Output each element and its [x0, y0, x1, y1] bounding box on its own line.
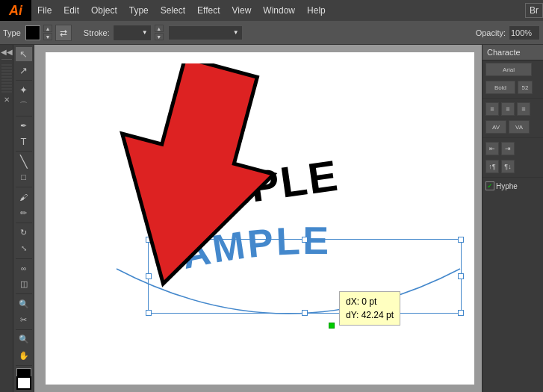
hyphenation-checkbox[interactable]: ✓ [485, 181, 494, 190]
leading-row: ≡ ≡ ≡ [483, 100, 543, 118]
pen-tool[interactable]: ✒ [16, 119, 32, 133]
align-right-btn[interactable]: ≡ [517, 102, 530, 116]
direct-selection-tool[interactable]: ↗ [16, 63, 32, 77]
zoom-tool[interactable]: 🔍 [16, 332, 32, 346]
main-layout: ◀◀ ✕ ↖ ↗ ✦ ⌒ ✒ T ╲ □ 🖌 ✏ ↻ ⤡ ∞ ◫ 🔍 ✂ 🔍 ✋ [0, 45, 543, 392]
stroke-color-swatch[interactable] [16, 376, 31, 390]
font-style-box[interactable]: Bold [485, 81, 515, 94]
indent-right-btn[interactable]: ⇥ [501, 142, 515, 155]
line-tool[interactable]: ╲ [16, 154, 32, 168]
stroke-down-arrow[interactable]: ▼ [155, 33, 164, 40]
handle-br[interactable] [458, 310, 464, 316]
swap-icon[interactable]: ⇄ [55, 25, 72, 41]
menu-file[interactable]: File [31, 0, 58, 21]
svg-marker-0 [87, 63, 297, 304]
font-row: Arial [483, 60, 543, 78]
fill-color[interactable] [25, 25, 40, 40]
toolbox: ↖ ↗ ✦ ⌒ ✒ T ╲ □ 🖌 ✏ ↻ ⤡ ∞ ◫ 🔍 ✂ 🔍 ✋ [13, 45, 34, 392]
gradient-tool[interactable]: ◫ [16, 277, 32, 291]
spacing-row2: ↑¶ ¶↓ [483, 158, 543, 175]
menu-window[interactable]: Window [257, 0, 301, 21]
fill-down-arrow[interactable]: ▼ [43, 33, 52, 40]
character-panel-title: Characte [483, 45, 543, 60]
pencil-tool[interactable]: ✏ [16, 206, 32, 220]
menu-bar: Ai File Edit Object Type Select Effect V… [0, 0, 543, 21]
opacity-input[interactable] [509, 25, 540, 40]
space-after-btn[interactable]: ¶↓ [501, 160, 515, 173]
space-before-btn[interactable]: ↑¶ [485, 160, 499, 173]
hand-tool[interactable]: ✋ [16, 349, 32, 363]
panel-strip: ◀◀ ✕ [0, 45, 13, 392]
scale-tool[interactable]: ⤡ [16, 241, 32, 255]
magic-wand-tool[interactable]: ✦ [16, 83, 32, 97]
stroke-dropdown[interactable]: ▼ [114, 25, 151, 40]
indent-row: ⇤ ⇥ [483, 140, 543, 158]
rotate-tool[interactable]: ↻ [16, 225, 32, 240]
selection-tool[interactable]: ↖ [16, 47, 32, 61]
app-logo: Ai [0, 0, 31, 21]
font-style-row: Bold 52 [483, 78, 543, 96]
canvas-area[interactable]: AMPLE SAMPLE [34, 45, 482, 392]
fill-up-arrow[interactable]: ▲ [43, 25, 52, 32]
toolbar: Type ▲ ▼ ⇄ Stroke: ▼ ▲ ▼ ▼ Opacity: [0, 21, 543, 45]
displacement-tooltip: dX: 0 pt dY: 42.24 pt [339, 291, 400, 326]
blend-tool[interactable]: ∞ [16, 261, 32, 276]
tracking-box[interactable]: AV [485, 120, 506, 134]
stroke-label: Stroke: [84, 28, 110, 37]
opacity-label: Opacity: [476, 28, 506, 37]
handle-tr[interactable] [458, 237, 464, 243]
indent-left-btn[interactable]: ⇤ [485, 142, 499, 155]
menu-effect[interactable]: Effect [191, 0, 226, 21]
menu-object[interactable]: Object [85, 0, 123, 21]
menu-br[interactable]: Br [525, 3, 543, 18]
menu-select[interactable]: Select [155, 0, 191, 21]
hyphenation-row: ✓ Hyphe [483, 179, 543, 193]
tooltip-dy: dY: 42.24 pt [346, 308, 394, 322]
stroke-style-dropdown[interactable]: ▼ [168, 25, 243, 40]
red-arrow-annotation [75, 63, 307, 310]
align-center-btn[interactable]: ≡ [501, 102, 515, 116]
eyedropper-tool[interactable]: 🔍 [16, 296, 32, 311]
right-panel: Characte Arial Bold 52 ≡ ≡ ≡ AV VA ⇤ ⇥ ↑… [482, 45, 543, 392]
handle-bm[interactable] [302, 310, 308, 316]
spacing-row: AV VA [483, 118, 543, 136]
menu-help[interactable]: Help [301, 0, 332, 21]
handle-bl[interactable] [146, 310, 152, 316]
align-left-btn[interactable]: ≡ [485, 102, 499, 116]
font-name-box[interactable]: Arial [485, 63, 532, 76]
type-label: Type [3, 28, 21, 37]
tooltip-dx: dX: 0 pt [346, 295, 394, 308]
anchor-point [329, 323, 335, 329]
panel-collapse[interactable]: ✕ [4, 96, 10, 104]
hyphenation-label: Hyphe [496, 182, 518, 190]
menu-type[interactable]: Type [123, 0, 155, 21]
handle-mr[interactable] [458, 273, 464, 279]
font-size-box[interactable]: 52 [518, 81, 533, 94]
scissors-tool[interactable]: ✂ [16, 313, 32, 327]
menu-edit[interactable]: Edit [58, 0, 85, 21]
menu-view[interactable]: View [226, 0, 258, 21]
type-tool[interactable]: T [16, 134, 32, 149]
shape-tool[interactable]: □ [16, 170, 32, 184]
kerning-box[interactable]: VA [509, 120, 530, 134]
panel-arrow-left[interactable]: ◀◀ [1, 48, 13, 56]
lasso-tool[interactable]: ⌒ [16, 99, 32, 113]
paintbrush-tool[interactable]: 🖌 [16, 190, 32, 204]
stroke-up-arrow[interactable]: ▲ [155, 25, 164, 32]
